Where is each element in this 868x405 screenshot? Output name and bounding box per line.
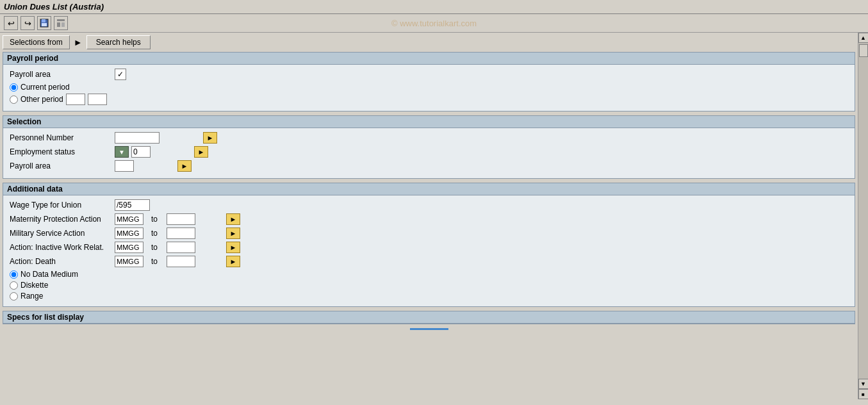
payroll-area-arrow-btn[interactable]: ► [177,160,192,172]
military-to-input[interactable] [167,227,195,239]
specs-header: Specs for list display [3,311,855,324]
inactive-to-label: to [151,243,164,252]
title-bar: Union Dues List (Austria) [0,0,868,14]
search-helps-button[interactable]: Search helps [86,35,151,49]
selections-from-button[interactable]: Selections from [3,35,70,49]
selection-payroll-area-label: Payroll area [10,161,112,170]
other-period-row: Other period [10,94,848,105]
maternity-to-label: to [151,215,164,224]
payroll-area-checkbox[interactable]: ✓ [115,69,126,80]
scrollbar[interactable]: ▲ ▼ ■ [858,33,868,399]
inactive-row: Action: Inactive Work Relat. MMGG to ► [10,242,848,253]
personnel-number-label: Personnel Number [10,133,112,142]
svg-rect-4 [57,22,60,27]
death-label: Action: Death [10,257,112,266]
wage-type-row: Wage Type for Union [10,199,848,211]
save-icon[interactable] [37,16,51,30]
diskette-row: Diskette [10,281,848,290]
arrow-separator-icon: ► [71,35,85,49]
current-period-row: Current period [10,83,848,92]
range-row: Range [10,292,848,301]
other-period-field2[interactable] [88,94,107,105]
inactive-arrow-btn[interactable]: ► [226,242,240,253]
diskette-radio[interactable] [10,281,18,290]
current-period-label: Current period [20,83,70,92]
employment-status-label: Employment status [10,147,112,156]
forward-icon[interactable]: ↪ [20,16,35,30]
other-period-label: Other period [20,95,63,104]
toolbar: ↩ ↪ © www.tutorialkart.com [0,14,868,33]
back-icon[interactable]: ↩ [4,16,18,30]
death-row: Action: Death MMGG to ► [10,256,848,267]
inactive-to-input[interactable] [167,242,195,253]
svg-rect-2 [42,23,47,26]
payroll-period-header: Payroll period [3,53,855,65]
current-period-radio[interactable] [10,83,18,92]
specs-section: Specs for list display [3,311,855,324]
maternity-row: Maternity Protection Action MMGG to ► [10,213,848,225]
no-data-medium-row: No Data Medium [10,270,848,279]
scroll-track[interactable] [858,43,869,379]
additional-data-header: Additional data [3,183,855,195]
selection-payroll-area-row: Payroll area ► [10,160,848,172]
other-period-radio[interactable] [10,95,18,104]
bottom-blue-indicator [410,328,448,330]
death-to-label: to [151,257,164,266]
personnel-number-row: Personnel Number ► [10,132,848,144]
military-to-label: to [151,229,164,238]
military-from-display: MMGG [115,227,143,239]
layout-icon[interactable] [54,16,68,30]
selection-payroll-area-input[interactable] [115,160,134,172]
wage-type-input[interactable] [115,199,150,211]
scroll-up-btn[interactable]: ▲ [858,33,869,43]
personnel-number-input[interactable] [115,132,160,144]
payroll-area-row: Payroll area ✓ [10,69,848,80]
employment-status-arrow-btn[interactable]: ► [194,146,208,158]
scroll-thumb[interactable] [859,44,868,57]
employment-status-row: Employment status ▼ ► [10,146,848,158]
selection-section: Selection Personnel Number ► Employment … [3,115,855,179]
diskette-label: Diskette [20,281,48,290]
employment-status-icon[interactable]: ▼ [115,146,129,158]
military-arrow-btn[interactable]: ► [226,227,240,239]
inactive-label: Action: Inactive Work Relat. [10,243,112,252]
svg-rect-3 [57,19,65,21]
additional-data-section: Additional data Wage Type for Union Mate… [3,183,855,307]
personnel-number-arrow-btn[interactable]: ► [203,132,217,144]
military-row: Military Service Action MMGG to ► [10,227,848,239]
wage-type-label: Wage Type for Union [10,201,112,210]
scroll-down-btn[interactable]: ▼ [858,379,869,389]
selection-header: Selection [3,116,855,128]
death-to-input[interactable] [167,256,195,267]
maternity-arrow-btn[interactable]: ► [226,213,240,225]
employment-status-input[interactable] [131,146,151,158]
scroll-resize-handle[interactable]: ■ [858,389,869,399]
payroll-area-label: Payroll area [10,70,112,79]
military-label: Military Service Action [10,229,112,238]
no-data-medium-label: No Data Medium [20,270,78,279]
svg-rect-1 [42,19,45,22]
watermark: © www.tutorialkart.com [391,19,477,28]
range-label: Range [20,292,43,301]
other-period-field1[interactable] [66,94,85,105]
death-arrow-btn[interactable]: ► [226,256,240,267]
buttons-row: Selections from ► Search helps [3,35,855,49]
svg-rect-5 [61,22,65,27]
inactive-from-display: MMGG [115,242,143,253]
range-radio[interactable] [10,292,18,301]
death-from-display: MMGG [115,256,143,267]
payroll-period-section: Payroll period Payroll area ✓ Current pe… [3,52,855,112]
no-data-medium-radio[interactable] [10,270,18,279]
page-title: Union Dues List (Austria) [4,2,104,12]
maternity-from-display: MMGG [115,213,143,225]
maternity-label: Maternity Protection Action [10,215,112,224]
maternity-to-input[interactable] [167,213,195,225]
